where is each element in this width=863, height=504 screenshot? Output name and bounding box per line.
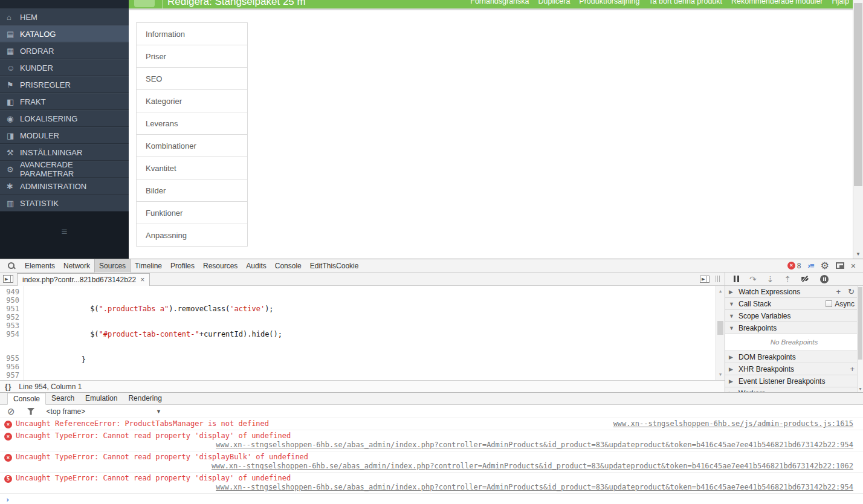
deactivate-breakpoints-icon[interactable] [801,276,810,282]
tab-elements[interactable]: Elements [21,259,59,273]
section-event-listener-breakpoints[interactable]: ▶ Event Listener Breakpoints [725,375,863,387]
step-over-icon[interactable]: ↷ [749,275,757,283]
dock-side-icon[interactable] [836,262,844,269]
scroll-down-arrow[interactable]: ▼ [716,370,725,379]
add-xhr-breakpoint-icon[interactable]: + [850,365,855,373]
show-drawer-icon[interactable]: ▶ [700,276,709,283]
source-link[interactable]: www.xn--stngselshoppen-6hb.se/abas_admin… [212,462,853,470]
line-number[interactable]: 957 [0,371,19,380]
pause-on-exceptions-icon[interactable] [820,275,829,283]
line-number[interactable]: 951 [0,305,19,313]
sidebar-item-installningar[interactable]: ⚒INSTÄLLNINGAR [0,144,129,161]
sidebar-item-prisregler[interactable]: ⚑PRISREGLER [0,76,129,93]
product-tab-leverans[interactable]: Leverans [136,112,248,135]
async-toggle[interactable]: Async [826,300,855,308]
collapse-menu-icon[interactable]: ≡ [62,226,68,238]
sidebar-item-hem[interactable]: ⌂HEM [0,8,129,25]
product-tab-seo[interactable]: SEO [136,67,248,90]
scroll-up-arrow[interactable]: ▲ [716,287,725,296]
add-watch-icon[interactable]: + [836,288,841,296]
section-call-stack[interactable]: ▼ Call Stack Async [725,298,863,310]
toggle-drawer-icon[interactable]: ›≡ [808,261,814,270]
scrollbar-thumb[interactable] [854,3,862,186]
sidebar-item-frakt[interactable]: ◧FRAKT [0,93,129,110]
sidebar-item-katalog[interactable]: ▤KATALOG [0,25,129,42]
sidebar-item-lokalisering[interactable]: ◉LOKALISERING [0,110,129,127]
recommended-modules-link[interactable]: Rekommenderade moduler [731,0,823,5]
product-tab-information[interactable]: Information [136,22,248,45]
duplicate-link[interactable]: Duplicera [538,0,570,5]
pause-script-icon[interactable] [734,276,739,282]
line-number[interactable]: 954 [0,330,19,338]
tab-timeline[interactable]: Timeline [131,259,166,273]
file-tab[interactable]: index.php?contr...821bd673142b22 × [17,273,150,286]
clear-console-icon[interactable]: ⊘ [7,407,15,416]
sidebar-item-avancerade-parametrar[interactable]: ⚙AVANCERADE PARAMETRAR [0,161,129,178]
line-number[interactable]: 955 [0,354,19,363]
code-content[interactable]: $(".productTabs a").removeClass('active'… [24,286,725,380]
error-count-badge[interactable]: × 8 [787,262,801,270]
help-link[interactable]: Hjälp [832,0,850,5]
product-tab-funktioner[interactable]: Funktioner [136,201,248,224]
product-tab-kombinationer[interactable]: Kombinationer [136,134,248,157]
section-scope-variables[interactable]: ▼ Scope Variables [725,310,863,322]
header-menu-button[interactable] [134,0,155,7]
pretty-print-icon[interactable]: {} [5,383,11,391]
frame-selector-arrow-icon[interactable]: ▼ [156,409,161,415]
settings-gear-icon[interactable]: ⚙ [820,260,829,271]
delete-product-link[interactable]: Ta bort denna produkt [648,0,722,5]
close-devtools-icon[interactable]: × [851,262,856,270]
sidebar-item-ordrar[interactable]: ▦ORDRAR [0,42,129,59]
sidebar-item-statistik[interactable]: ▥STATISTIK [0,195,129,212]
tab-editthiscookie[interactable]: EditThisCookie [306,259,363,273]
tab-sources[interactable]: Sources [94,259,131,273]
frame-selector[interactable]: <top frame> [47,407,86,416]
editor-scrollbar[interactable]: ▲ ▼ [716,286,725,380]
section-breakpoints[interactable]: ▼ Breakpoints [725,322,863,334]
scroll-down-arrow[interactable]: ▼ [858,387,863,391]
tab-network[interactable]: Network [59,259,94,273]
product-tab-kvantitet[interactable]: Kvantitet [136,157,248,179]
tab-audits[interactable]: Audits [242,259,270,273]
scrollbar-thumb[interactable] [858,287,862,360]
product-tab-kategorier[interactable]: Kategorier [136,89,248,112]
line-number[interactable]: 950 [0,296,19,305]
file-tab-close-icon[interactable]: × [140,276,144,284]
drawer-tab-emulation[interactable]: Emulation [80,393,123,404]
sidebar-item-moduler[interactable]: ◨MODULER [0,127,129,144]
show-navigator-icon[interactable]: ▶ [3,275,13,283]
sidebar-item-administration[interactable]: ✱ADMINISTRATION [0,178,129,195]
preview-link[interactable]: Förhandsgranska [470,0,529,5]
drawer-tab-search[interactable]: Search [46,393,80,404]
line-number-gutter[interactable]: 949 950 951 952 953 954 955 956 957 [0,286,24,380]
panel-scrollbar[interactable]: ▼ [857,286,863,392]
filter-icon[interactable] [27,408,35,415]
async-checkbox[interactable] [826,300,832,307]
product-tab-anpassning[interactable]: Anpassning [136,224,248,247]
product-tab-bilder[interactable]: Bilder [136,179,248,202]
tab-resources[interactable]: Resources [199,259,242,273]
scrollbar-down-arrow[interactable]: ▼ [853,251,863,257]
drawer-tab-console[interactable]: Console [7,393,46,405]
tab-console[interactable]: Console [271,259,306,273]
line-number[interactable]: 949 [0,288,19,296]
section-dom-breakpoints[interactable]: ▶ DOM Breakpoints [725,351,863,363]
product-tab-priser[interactable]: Priser [136,45,248,68]
search-icon[interactable] [7,262,16,270]
console-prompt[interactable]: › [0,494,863,504]
step-into-icon[interactable]: ⇣ [767,275,774,283]
source-link[interactable]: www.xn--stngselshoppen-6hb.se/js/admin-p… [601,419,853,428]
scrollbar-thumb[interactable] [717,321,723,335]
product-sales-link[interactable]: Produktförsäljning [579,0,639,5]
section-watch-expressions[interactable]: ▶ Watch Expressions + ↻ [725,286,863,298]
step-out-icon[interactable]: ⇡ [784,275,791,283]
source-link[interactable]: www.xn--stngselshoppen-6hb.se/abas_admin… [216,483,853,491]
section-workers[interactable]: ▶ Workers [725,387,863,392]
line-number[interactable]: 952 [0,313,19,321]
sidebar-item-kunder[interactable]: ☺KUNDER [0,59,129,76]
source-link[interactable]: www.xn--stngselshoppen-6hb.se/abas_admin… [216,441,853,449]
tab-profiles[interactable]: Profiles [166,259,199,273]
drawer-tab-rendering[interactable]: Rendering [123,393,167,404]
panel-grip-icon[interactable] [716,276,720,282]
line-number[interactable]: 953 [0,321,19,330]
